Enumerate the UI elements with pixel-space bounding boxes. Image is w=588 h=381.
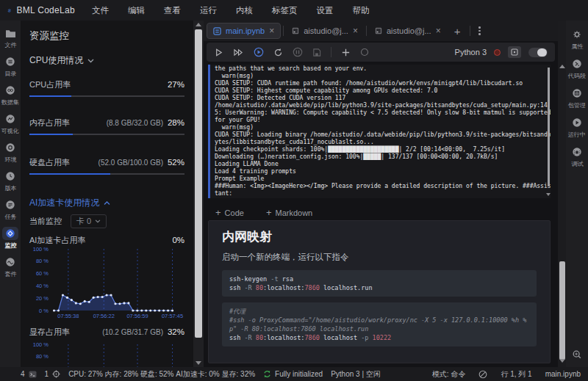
- svg-text:20 %: 20 %: [36, 295, 49, 302]
- menu-item[interactable]: 帮助: [343, 0, 379, 21]
- memory-progress-bar: [29, 134, 184, 135]
- restart-kernel-button[interactable]: [273, 48, 283, 57]
- svg-text:07:55:38: 07:55:38: [57, 313, 79, 319]
- right-item-running[interactable]: 运行中: [567, 116, 587, 139]
- menu-item[interactable]: 运行: [190, 0, 226, 21]
- markdown-cell[interactable]: 内网映射 启动一个新的终端，运行以下指令 ssh-keygen -t rsass…: [208, 220, 551, 363]
- right-item-snippets[interactable]: 代码段: [567, 57, 587, 81]
- gpu-util-metric: AI加速卡占用率 0%: [29, 235, 184, 246]
- menu-item[interactable]: 标签页: [262, 0, 307, 21]
- right-item-packages[interactable]: 包管理: [567, 87, 587, 110]
- add-code-button[interactable]: + Code: [215, 207, 244, 218]
- run-all-button[interactable]: [233, 48, 244, 57]
- cursor-position[interactable]: 行 1, 列 1: [501, 369, 531, 380]
- resource-stats: CPU: 27% 内存: 28% 硬盘: 52% AI加速卡: 0% 显存: 3…: [68, 369, 255, 380]
- sidebar-item-environment[interactable]: 环境: [0, 141, 21, 164]
- menu-item[interactable]: 设置: [307, 0, 343, 21]
- mode-indicator[interactable]: 模式: 命令: [432, 369, 466, 380]
- scroll-up-arrow[interactable]: [196, 23, 201, 26]
- notebook-area: main.ipynb × aistudio@j... × aistudio@j.…: [204, 21, 558, 367]
- tab-terminal-1[interactable]: aistudio@j... ×: [286, 23, 364, 39]
- sidebar-item-versions[interactable]: 版本: [0, 170, 21, 193]
- close-icon[interactable]: ×: [269, 26, 274, 35]
- scroll-down-arrow[interactable]: [559, 359, 565, 363]
- scrollbar-thumb[interactable]: [195, 29, 202, 338]
- terminal-icon: [375, 27, 382, 35]
- app-title: BML CodeLab: [16, 5, 75, 15]
- sync-icon: [263, 370, 271, 378]
- ring-icon: [2, 141, 18, 154]
- menu-item[interactable]: 编辑: [118, 0, 154, 21]
- zoom-search-button[interactable]: [567, 348, 587, 361]
- restart-run-button[interactable]: [254, 47, 264, 57]
- svg-text:100 %: 100 %: [33, 246, 49, 253]
- card-select-dropdown[interactable]: 卡 0: [71, 214, 107, 228]
- chart-icon: [2, 112, 18, 126]
- notebook-toolbar: Python 3: [207, 43, 555, 62]
- current-file: main.ipynb: [545, 370, 581, 378]
- run-cell-button[interactable]: [214, 48, 223, 57]
- menu-items: 文件编辑查看运行内核标签页设置帮助: [82, 0, 379, 21]
- svg-text:60 %: 60 %: [36, 270, 49, 277]
- scrollbar-thumb[interactable]: [559, 261, 565, 360]
- notifications-icon[interactable]: [478, 370, 487, 379]
- output-line: Loading LLAMA Done: [215, 161, 546, 168]
- cpu-section-header[interactable]: CPU使用情况: [29, 54, 94, 67]
- kernel-selector[interactable]: Python 3: [455, 48, 487, 57]
- gpu-util-chart: 100 %80 %60 %40 %20 %0 %07:55:3807:56:22…: [29, 245, 184, 320]
- save-icon[interactable]: [312, 48, 321, 57]
- tasks-icon: [2, 198, 18, 211]
- link-icon: [2, 84, 18, 97]
- svg-text:40 %: 40 %: [36, 283, 49, 289]
- sidebar-item-dataset[interactable]: 数据集: [0, 84, 21, 107]
- output-scrollbar-thumb[interactable]: [548, 68, 550, 186]
- output-line: Prompt Example: [215, 175, 546, 183]
- monitor-select-row: 当前监控 卡 0: [29, 214, 184, 228]
- sidebar-item-visualization[interactable]: 可视化: [0, 112, 21, 136]
- notebook-scrollbar[interactable]: [558, 21, 566, 367]
- list-icon: [2, 55, 18, 68]
- close-icon[interactable]: ×: [353, 26, 358, 35]
- left-activity-bar: 文件 目录 数据集 可视化 环境 版本 任务 监控: [0, 21, 21, 367]
- output-line: ytes/libbitsandbytes_cuda117_nocublaslt.…: [215, 139, 546, 146]
- bml-logo-icon: [7, 4, 11, 17]
- add-cell-button[interactable]: [341, 48, 351, 57]
- output-line: /home/aistudio/.data/webide/pip/lib/pyth…: [215, 102, 546, 109]
- simple-mode-toggle[interactable]: [528, 48, 548, 57]
- right-activity-bar: 属性 代码段 包管理 运行中 调试: [566, 21, 588, 367]
- close-icon[interactable]: ×: [436, 26, 441, 35]
- tab-main-ipynb[interactable]: main.ipynb ×: [207, 23, 281, 39]
- console-output: the paths that we search based on your e…: [210, 65, 551, 198]
- sidebar-item-files[interactable]: 文件: [0, 26, 21, 50]
- add-cell-row: + Code + Markdown: [215, 207, 312, 218]
- panel-scrollbar[interactable]: [193, 21, 204, 367]
- init-status: Fully initialized: [263, 370, 323, 378]
- output-line: tant:: [215, 190, 546, 197]
- new-tab-button[interactable]: +: [447, 25, 468, 37]
- panel-toggle-button[interactable]: [508, 46, 521, 58]
- menu-item[interactable]: 查看: [154, 0, 190, 21]
- chevron-up-icon: [104, 201, 110, 206]
- sidebar-item-kits[interactable]: 套件: [0, 255, 21, 279]
- scroll-up-arrow[interactable]: [559, 65, 565, 68]
- gears-icon: [569, 28, 585, 41]
- scroll-down-arrow[interactable]: [196, 361, 201, 365]
- tab-more-menu[interactable]: [473, 26, 487, 35]
- sidebar-item-tasks[interactable]: 任务: [0, 198, 21, 222]
- right-item-debug[interactable]: 调试: [567, 145, 587, 169]
- add-markdown-button[interactable]: + Markdown: [266, 207, 312, 218]
- sidebar-item-toc[interactable]: 目录: [0, 55, 21, 79]
- menu-item[interactable]: 文件: [82, 0, 118, 21]
- code-cell-output[interactable]: the paths that we search based on your e…: [208, 65, 551, 198]
- interrupt-kernel-button[interactable]: [293, 47, 303, 57]
- ai-section-header[interactable]: AI加速卡使用情况: [29, 197, 110, 209]
- sidebar-item-monitor[interactable]: 监控: [0, 227, 21, 250]
- memory-metric: 内存占用率 (8.8 GB/32.0 GB) 28%: [29, 117, 184, 128]
- menu-item[interactable]: 内核: [226, 0, 262, 21]
- tab-terminal-2[interactable]: aistudio@j... ×: [369, 23, 447, 39]
- output-scroll-down-arrow[interactable]: [546, 193, 551, 196]
- status-circle-icon: [360, 48, 369, 57]
- output-line: the paths that we search based on your e…: [215, 65, 546, 73]
- right-item-properties[interactable]: 属性: [567, 28, 587, 51]
- resource-monitor-panel: 资源监控 CPU使用情况 CPU占用率 27% 内存占用率 (8.8 GB/32…: [21, 21, 193, 367]
